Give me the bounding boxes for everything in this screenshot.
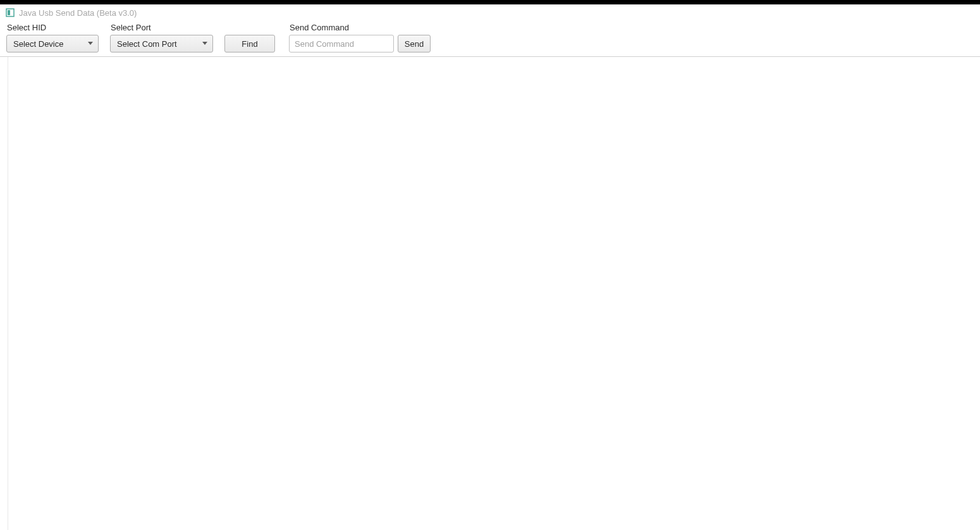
port-label: Select Port (110, 23, 213, 32)
content-area (8, 57, 980, 530)
top-border (0, 0, 980, 4)
window-title: Java Usb Send Data (Beta v3.0) (19, 8, 137, 18)
title-bar: Java Usb Send Data (Beta v3.0) (0, 4, 980, 21)
hid-select-value: Select Device (13, 39, 83, 49)
hid-label: Select HID (6, 23, 99, 32)
port-select[interactable]: Select Com Port (110, 35, 213, 52)
svg-rect-1 (8, 10, 10, 15)
chevron-down-icon (202, 42, 207, 46)
svg-marker-2 (88, 42, 93, 45)
port-select-value: Select Com Port (117, 39, 197, 49)
send-button[interactable]: Send (398, 35, 431, 52)
app-icon (5, 8, 15, 18)
svg-marker-3 (202, 42, 207, 45)
chevron-down-icon (88, 42, 93, 46)
find-group: Find (224, 35, 275, 52)
command-group: Send Command Send (289, 23, 431, 52)
command-label: Send Command (289, 23, 431, 32)
hid-select[interactable]: Select Device (6, 35, 99, 52)
window-frame: Java Usb Send Data (Beta v3.0) Select HI… (0, 0, 980, 530)
find-button[interactable]: Find (224, 35, 275, 52)
hid-group: Select HID Select Device (6, 23, 99, 52)
port-group: Select Port Select Com Port (110, 23, 213, 52)
toolbar: Select HID Select Device Select Port Sel… (0, 21, 980, 57)
command-row: Send (289, 35, 431, 52)
command-input[interactable] (289, 35, 394, 52)
